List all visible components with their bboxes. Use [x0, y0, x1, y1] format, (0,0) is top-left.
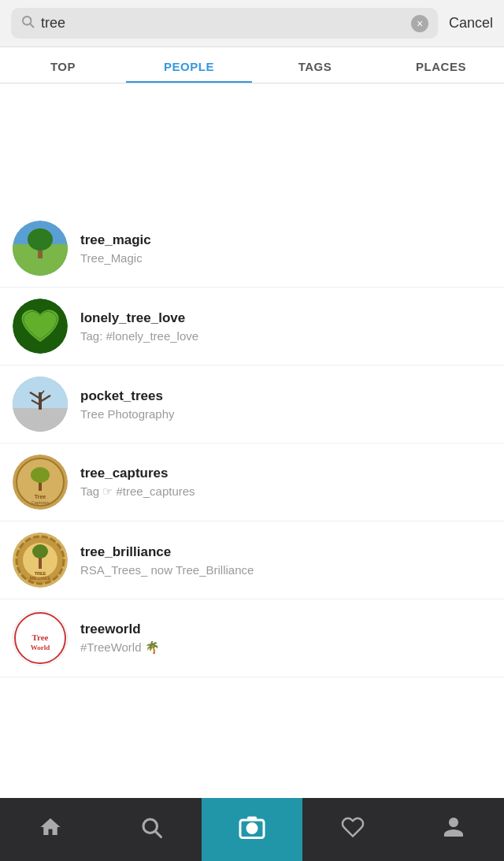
result-text: lonely_tree_love Tag: #lonely_tree_love: [80, 310, 491, 343]
svg-text:World: World: [31, 644, 50, 651]
list-item[interactable]: lonely_tree_love Tag: #lonely_tree_love: [0, 288, 504, 366]
profile-icon: [442, 815, 465, 844]
result-username: tree_captures: [80, 466, 491, 481]
list-item[interactable]: tree_magic Tree_Magic: [0, 210, 504, 288]
svg-rect-10: [13, 408, 68, 432]
svg-text:TREE: TREE: [35, 571, 46, 576]
search-input-wrap: tree ×: [11, 8, 438, 39]
nav-home[interactable]: [0, 798, 101, 861]
result-username: treeworld: [80, 622, 491, 637]
svg-text:BRILLIANCE: BRILLIANCE: [30, 577, 50, 581]
avatar: TREE BRILLIANCE: [13, 533, 68, 588]
tab-tags[interactable]: TAGS: [252, 47, 378, 83]
result-subtitle: Tree_Magic: [80, 251, 491, 265]
svg-point-27: [32, 544, 48, 559]
empty-area: [0, 84, 504, 210]
search-icon: [20, 14, 35, 32]
camera-icon: [238, 813, 266, 847]
clear-button[interactable]: ×: [411, 15, 428, 32]
result-username: tree_magic: [80, 232, 491, 248]
result-username: tree_brilliance: [80, 544, 491, 560]
tab-top[interactable]: TOP: [0, 47, 126, 83]
result-text: pocket_trees Tree Photography: [80, 388, 491, 421]
svg-text:Tree: Tree: [35, 494, 46, 499]
tabs-bar: TOP PEOPLE TAGS PLACES: [0, 47, 504, 84]
heart-icon: [341, 815, 365, 844]
avatar: [13, 377, 68, 432]
svg-point-5: [28, 228, 53, 251]
result-subtitle: Tag ☞ #tree_captures: [80, 484, 491, 499]
list-item[interactable]: Tree World treeworld #TreeWorld 🌴: [0, 599, 504, 677]
nav-activity[interactable]: [302, 798, 403, 861]
avatar: [13, 299, 68, 354]
result-subtitle: Tag: #lonely_tree_love: [80, 329, 491, 343]
result-username: lonely_tree_love: [80, 310, 491, 326]
search-query[interactable]: tree: [41, 15, 405, 32]
nav-camera[interactable]: [202, 798, 302, 861]
svg-line-35: [156, 831, 161, 837]
results-list: tree_magic Tree_Magic lonely_tree_love T…: [0, 210, 504, 677]
svg-line-1: [30, 24, 33, 27]
list-item[interactable]: TREE BRILLIANCE tree_brilliance RSA_Tree…: [0, 521, 504, 599]
tab-places[interactable]: PLACES: [378, 47, 504, 83]
result-text: tree_captures Tag ☞ #tree_captures: [80, 466, 491, 499]
search-bar: tree × Cancel: [0, 0, 504, 47]
svg-rect-39: [247, 816, 257, 820]
bottom-nav: [0, 798, 504, 861]
avatar: Tree Captures: [13, 455, 68, 510]
svg-text:Captures: Captures: [32, 500, 50, 505]
result-subtitle: #TreeWorld 🌴: [80, 640, 491, 655]
avatar: Tree World: [13, 610, 68, 666]
home-icon: [39, 815, 62, 844]
nav-search[interactable]: [101, 798, 202, 861]
nav-profile[interactable]: [403, 798, 504, 861]
svg-text:Tree: Tree: [32, 633, 49, 642]
result-subtitle: RSA_Trees_ now Tree_Brilliance: [80, 563, 491, 577]
result-subtitle: Tree Photography: [80, 407, 491, 421]
list-item[interactable]: Tree Captures tree_captures Tag ☞ #tree_…: [0, 443, 504, 521]
result-text: tree_magic Tree_Magic: [80, 232, 491, 265]
avatar: [13, 221, 68, 276]
search-nav-icon: [139, 815, 163, 844]
result-text: tree_brilliance RSA_Trees_ now Tree_Bril…: [80, 544, 491, 577]
tab-people[interactable]: PEOPLE: [126, 47, 252, 83]
svg-point-38: [249, 825, 255, 831]
result-text: treeworld #TreeWorld 🌴: [80, 622, 491, 655]
result-username: pocket_trees: [80, 388, 491, 404]
cancel-button[interactable]: Cancel: [438, 15, 493, 32]
svg-point-20: [31, 467, 50, 483]
list-item[interactable]: pocket_trees Tree Photography: [0, 366, 504, 443]
